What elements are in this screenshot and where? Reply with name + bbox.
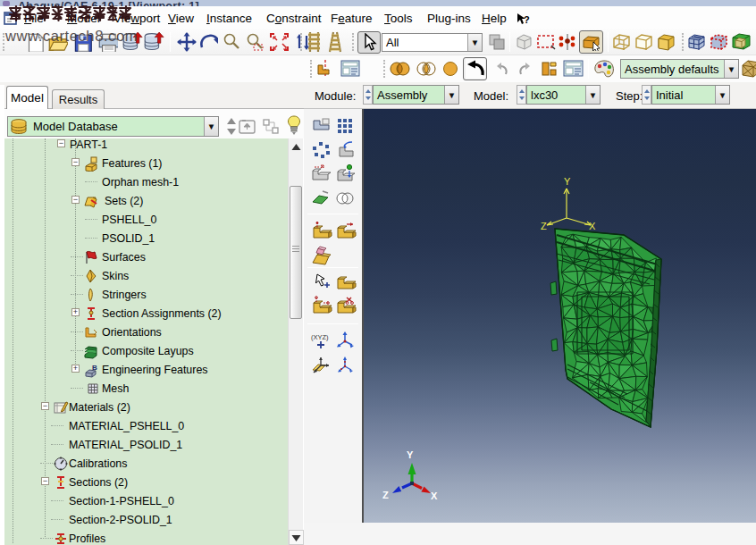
svg-text:Z: Z: [382, 490, 389, 500]
svg-text:B: B: [92, 364, 97, 372]
svg-text:Y: Y: [564, 176, 571, 187]
svg-text:Y: Y: [407, 449, 414, 460]
svg-text:Z: Z: [541, 221, 547, 231]
svg-text:?: ?: [524, 14, 530, 25]
svg-text:X: X: [431, 490, 438, 501]
svg-text:X: X: [589, 221, 596, 231]
svg-text:(XYZ): (XYZ): [311, 333, 329, 341]
